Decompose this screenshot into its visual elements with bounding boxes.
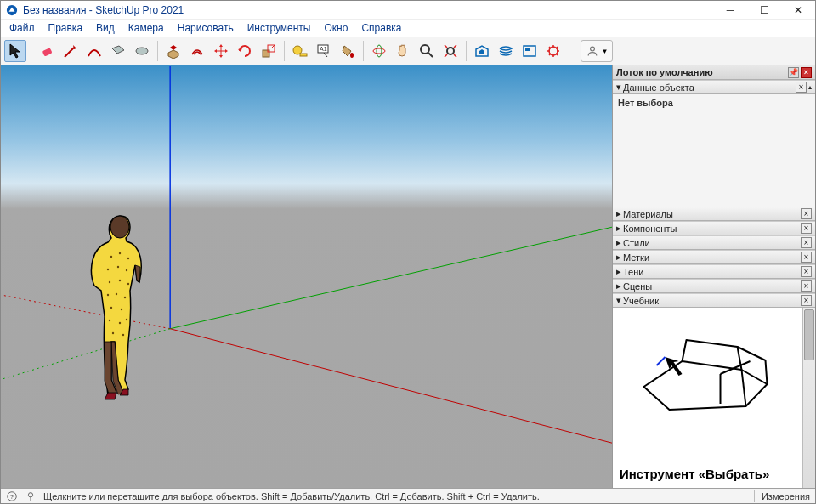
svg-text:A1: A1	[320, 46, 327, 52]
menu-edit[interactable]: Правка	[42, 20, 90, 37]
tool-layout[interactable]	[518, 40, 541, 62]
svg-point-37	[116, 293, 117, 295]
svg-rect-1	[42, 48, 53, 57]
svg-point-28	[119, 252, 121, 254]
geo-icon[interactable]	[25, 490, 37, 502]
svg-point-16	[447, 48, 454, 54]
svg-point-45	[122, 334, 124, 336]
svg-point-13	[377, 45, 382, 57]
tool-pushpull[interactable]	[162, 40, 184, 62]
svg-point-32	[126, 269, 128, 271]
tool-move[interactable]	[210, 40, 232, 62]
panel-materials[interactable]: ▸Материалы×	[613, 207, 815, 221]
menu-draw[interactable]: Нарисовать	[171, 20, 241, 37]
minimize-button[interactable]: ─	[713, 1, 747, 20]
svg-point-35	[128, 283, 129, 285]
panel-label: Тени	[623, 267, 643, 277]
svg-point-41	[109, 320, 110, 321]
instructor-panel: Инструмент «Выбрать»	[613, 308, 815, 488]
panel-tags[interactable]: ▸Метки×	[613, 250, 815, 264]
tool-scale[interactable]	[258, 40, 280, 62]
maximize-button[interactable]: ☐	[747, 1, 781, 20]
tool-eraser[interactable]	[36, 40, 58, 62]
svg-point-36	[107, 294, 109, 296]
default-tray: Лоток по умолчанию 📌× ▾Данные объекта×▴ …	[613, 65, 815, 488]
panel-shadows[interactable]: ▸Тени×	[613, 264, 815, 279]
tool-line[interactable]	[60, 40, 82, 62]
tool-select[interactable]	[4, 40, 26, 62]
tray-title: Лоток по умолчанию	[616, 67, 713, 77]
help-icon[interactable]: ?	[6, 490, 18, 502]
tool-orbit[interactable]	[368, 40, 390, 62]
tool-3d-warehouse[interactable]	[471, 40, 493, 62]
status-hint: Щелкните или перетащите для выбора объек…	[43, 491, 747, 501]
svg-point-39	[110, 307, 112, 309]
tool-ext-warehouse[interactable]	[495, 40, 517, 62]
panel-instructor[interactable]: ▾Учебник×	[613, 293, 815, 308]
svg-line-22	[170, 227, 612, 329]
tool-pan[interactable]	[392, 40, 414, 62]
svg-point-34	[119, 280, 121, 281]
svg-point-2	[136, 48, 148, 54]
svg-point-43	[126, 319, 128, 320]
svg-point-42	[119, 322, 121, 324]
panel-entity-info[interactable]: ▾Данные объекта×▴	[613, 80, 815, 94]
panel-close[interactable]: ×	[801, 266, 812, 277]
model-viewport[interactable]	[1, 65, 613, 488]
menu-view[interactable]: Вид	[89, 20, 122, 37]
svg-text:?: ?	[10, 493, 14, 501]
tool-paint[interactable]	[337, 40, 359, 62]
panel-entity-label: Данные объекта	[623, 82, 694, 93]
tool-text[interactable]: A1	[313, 40, 335, 62]
tool-ext-manager[interactable]	[542, 40, 564, 62]
window-title: Без названия - SketchUp Pro 2021	[23, 4, 713, 16]
svg-point-14	[421, 45, 429, 54]
svg-point-11	[350, 53, 354, 58]
tool-zoom[interactable]	[416, 40, 438, 62]
panel-styles[interactable]: ▸Стили×	[613, 235, 815, 250]
panel-label: Метки	[623, 252, 649, 263]
panel-close[interactable]: ×	[801, 223, 812, 234]
svg-point-20	[590, 47, 594, 51]
tool-arc[interactable]	[83, 40, 105, 62]
panel-label: Учебник	[623, 296, 659, 306]
svg-rect-18	[525, 48, 530, 51]
svg-point-33	[109, 281, 110, 283]
svg-point-12	[373, 48, 385, 54]
tray-close-icon[interactable]: ×	[801, 67, 812, 78]
measurements-label: Измерения	[762, 491, 810, 501]
tray-pin-icon[interactable]: 📌	[788, 67, 799, 78]
svg-point-38	[124, 297, 126, 298]
svg-point-26	[110, 216, 129, 238]
panel-close[interactable]: ×	[801, 295, 812, 306]
menu-camera[interactable]: Камера	[122, 20, 171, 37]
user-account-button[interactable]: ▼	[581, 40, 613, 62]
svg-rect-5	[263, 50, 269, 57]
svg-point-31	[117, 266, 119, 268]
panel-components[interactable]: ▸Компоненты×	[613, 221, 815, 235]
menu-help[interactable]: Справка	[354, 20, 408, 37]
app-icon	[6, 4, 18, 16]
panel-scenes[interactable]: ▸Сцены×	[613, 279, 815, 293]
close-button[interactable]: ✕	[781, 1, 815, 20]
panel-close[interactable]: ×	[801, 252, 812, 263]
tool-offset[interactable]	[186, 40, 208, 62]
panel-label: Компоненты	[623, 224, 677, 234]
tray-header[interactable]: Лоток по умолчанию 📌×	[613, 65, 815, 80]
tool-rect[interactable]	[107, 40, 129, 62]
svg-point-48	[28, 493, 32, 497]
tool-tape[interactable]	[289, 40, 311, 62]
panel-close[interactable]: ×	[801, 280, 812, 292]
panel-entity-close[interactable]: ×	[796, 82, 807, 93]
instructor-graphic	[620, 314, 796, 433]
tool-zoom-extents[interactable]	[439, 40, 462, 62]
instructor-title: Инструмент «Выбрать»	[620, 467, 796, 482]
menu-tools[interactable]: Инструменты	[241, 20, 318, 37]
menu-file[interactable]: Файл	[3, 20, 42, 37]
panel-close[interactable]: ×	[801, 237, 812, 248]
menu-window[interactable]: Окно	[317, 20, 354, 37]
tool-rotate[interactable]	[234, 40, 256, 62]
panel-close[interactable]: ×	[801, 208, 812, 219]
instructor-scrollbar[interactable]	[802, 308, 815, 488]
tool-circle[interactable]	[131, 40, 153, 62]
